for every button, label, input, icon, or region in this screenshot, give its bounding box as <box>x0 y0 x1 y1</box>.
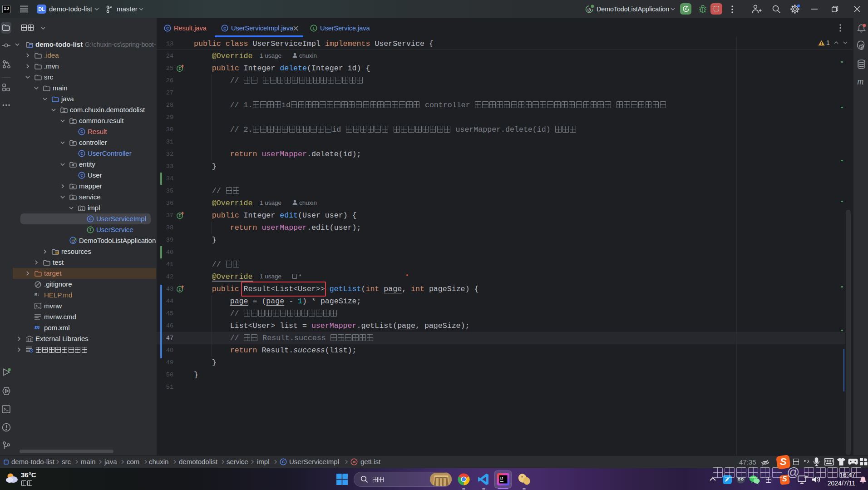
svg-text:C: C <box>89 217 92 222</box>
svg-text:C: C <box>80 129 83 134</box>
svg-text:C: C <box>223 26 226 31</box>
svg-text:I: I <box>178 287 181 292</box>
svg-text:I: I <box>178 67 181 71</box>
svg-text:I: I <box>178 214 181 218</box>
svg-text:IJ: IJ <box>500 476 503 480</box>
svg-text:I: I <box>312 26 315 31</box>
svg-text:C: C <box>282 460 285 465</box>
svg-text:C: C <box>80 151 83 156</box>
svg-text:m: m <box>353 460 355 465</box>
svg-text:C: C <box>80 173 83 178</box>
svg-text:C: C <box>166 26 169 31</box>
svg-text:I: I <box>89 228 92 233</box>
